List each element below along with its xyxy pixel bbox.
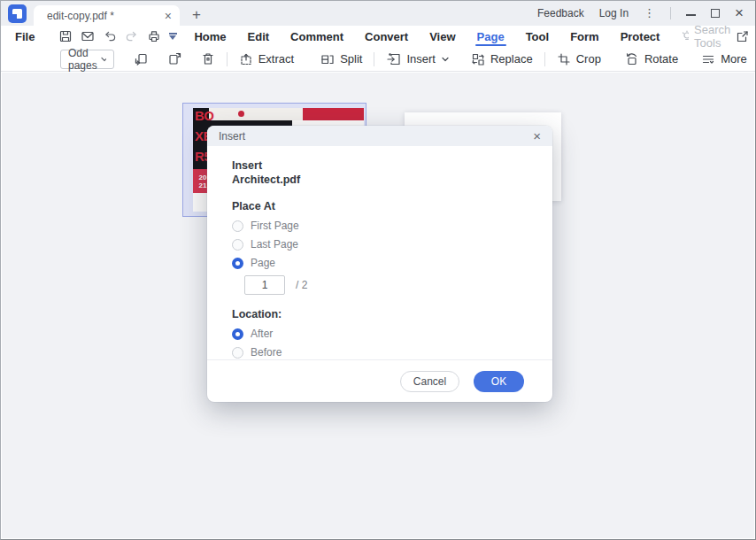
radio-page[interactable]: Page [232, 257, 552, 269]
tab-home[interactable]: Home [183, 26, 236, 47]
toolbar-separator [374, 52, 374, 66]
app-window: edit-copy.pdf * × + Feedback Log In ⋮ × … [0, 0, 756, 540]
rotate-button[interactable]: Rotate [624, 52, 678, 66]
cancel-button[interactable]: Cancel [400, 371, 459, 392]
document-tab-title: edit-copy.pdf * [47, 10, 114, 22]
titlebar-separator [670, 7, 671, 19]
toolbar-separator [544, 52, 545, 66]
tab-comment[interactable]: Comment [280, 26, 354, 47]
extract-button[interactable]: Extract [239, 52, 294, 66]
insert-dialog: Insert × Insert Architect.pdf Place At F… [207, 126, 552, 402]
tab-close-icon[interactable]: × [165, 10, 172, 22]
insert-dropdown-chevron-icon [441, 55, 450, 64]
crop-label: Crop [576, 52, 601, 66]
kebab-menu-icon[interactable]: ⋮ [644, 6, 655, 19]
crop-button[interactable]: Crop [557, 52, 601, 66]
page-number-row: / 2 [244, 275, 552, 295]
dialog-footer: Cancel OK [207, 360, 552, 402]
document-canvas: BO XE R5 20 21 Insert × Insert Architect… [2, 73, 754, 538]
radio-last-page[interactable]: Last Page [232, 238, 552, 251]
rotate-label: Rotate [644, 52, 678, 66]
cover-red-banner [303, 108, 364, 120]
share-icon[interactable] [736, 29, 750, 43]
toolbar-options-caret-icon[interactable] [169, 35, 176, 40]
lamp-icon [681, 30, 689, 42]
insert-dialog-title: Insert [219, 130, 245, 143]
document-tab[interactable]: edit-copy.pdf * × [34, 5, 180, 26]
ok-button[interactable]: OK [474, 371, 524, 392]
cover-red-dot [238, 111, 244, 117]
insert-label: Insert [406, 52, 436, 66]
more-button[interactable]: More [701, 52, 756, 66]
split-button[interactable]: Split [320, 52, 362, 66]
radio-after-icon-selected [232, 328, 243, 340]
location-label: Location: [232, 307, 552, 321]
page-rotate-left-icon [134, 51, 149, 66]
tab-edit[interactable]: Edit [237, 26, 281, 47]
menubar-right-icons [736, 29, 756, 43]
search-tools[interactable]: Search Tools [681, 23, 735, 50]
radio-before-label: Before [251, 346, 282, 359]
undo-icon[interactable] [103, 29, 117, 43]
new-tab-button[interactable]: + [192, 7, 201, 22]
insert-file-heading: Insert [232, 158, 552, 173]
radio-after[interactable]: After [232, 328, 552, 340]
close-button[interactable]: × [735, 5, 744, 20]
more-lines-icon [701, 52, 715, 66]
extract-icon [239, 52, 253, 66]
radio-last-page-label: Last Page [251, 238, 298, 251]
print-icon[interactable] [147, 29, 161, 43]
radio-page-label: Page [251, 257, 275, 269]
replace-button[interactable]: Replace [471, 52, 533, 66]
radio-first-page[interactable]: First Page [232, 220, 552, 232]
ribbon-tabs: Home Edit Comment Convert View Page Tool… [183, 26, 670, 47]
insert-page-icon [386, 52, 401, 66]
tab-page[interactable]: Page [467, 26, 515, 47]
replace-label: Replace [490, 52, 533, 66]
split-label: Split [340, 52, 362, 66]
chevron-down-icon [100, 55, 105, 64]
insert-dialog-body: Insert Architect.pdf Place At First Page… [207, 146, 552, 359]
login-link[interactable]: Log In [599, 7, 629, 19]
radio-first-page-icon [232, 220, 243, 232]
page-number-input[interactable] [244, 275, 285, 295]
search-tools-label: Search Tools [694, 23, 736, 50]
insert-dialog-header[interactable]: Insert × [207, 126, 552, 146]
tab-view[interactable]: View [419, 26, 466, 47]
radio-page-icon-selected [232, 258, 243, 269]
page-rotate-left-button[interactable] [134, 51, 149, 66]
tab-convert[interactable]: Convert [354, 26, 419, 47]
tab-form[interactable]: Form [559, 26, 610, 47]
toolbar-separator [227, 52, 228, 66]
insert-button[interactable]: Insert [386, 52, 450, 66]
trash-icon [201, 51, 215, 66]
insert-file-name: Architect.pdf [232, 173, 552, 187]
menubar: File Home Edit Comment Convert View Page… [1, 26, 755, 47]
quick-access-toolbar [58, 29, 176, 43]
page-range-select[interactable]: Odd pages [60, 50, 114, 69]
page-total-label: / 2 [296, 279, 307, 291]
redo-icon [125, 29, 139, 43]
radio-last-page-icon [232, 239, 243, 251]
radio-before[interactable]: Before [232, 346, 552, 359]
place-at-label: Place At [232, 199, 552, 213]
more-chevron-icon [753, 55, 756, 62]
delete-page-button[interactable] [201, 51, 215, 66]
app-logo-icon [8, 4, 27, 23]
email-icon[interactable] [81, 29, 95, 43]
cover-top-strip [209, 108, 303, 120]
tab-tool[interactable]: Tool [515, 26, 559, 47]
feedback-link[interactable]: Feedback [537, 7, 584, 19]
file-menu[interactable]: File [1, 30, 46, 43]
radio-before-icon [232, 347, 243, 359]
save-icon[interactable] [58, 29, 73, 43]
maximize-button[interactable] [711, 9, 720, 18]
page-rotate-right-button[interactable] [167, 51, 182, 66]
split-icon [320, 52, 335, 66]
minimize-button[interactable] [686, 14, 696, 16]
more-label: More [721, 52, 747, 66]
extract-label: Extract [258, 52, 294, 66]
dialog-close-icon[interactable]: × [533, 129, 541, 143]
titlebar: edit-copy.pdf * × + Feedback Log In ⋮ × [1, 1, 755, 26]
tab-protect[interactable]: Protect [610, 26, 671, 47]
